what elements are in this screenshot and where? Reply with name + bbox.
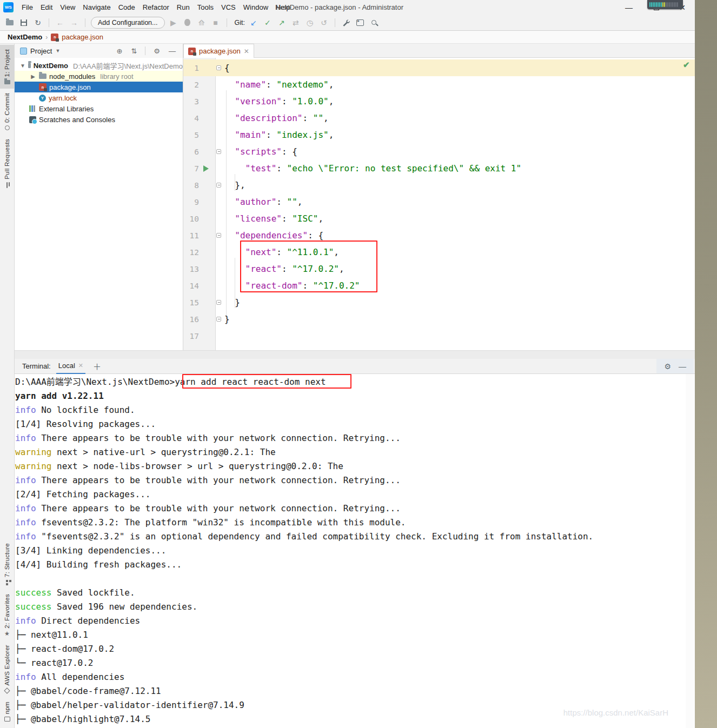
- coverage-icon[interactable]: ⟰: [196, 17, 207, 28]
- close-terminal-tab-icon[interactable]: ✕: [78, 362, 83, 369]
- stripe-item-0-commit[interactable]: 0: Commit: [0, 89, 14, 135]
- fold-marker-icon[interactable]: [216, 317, 221, 322]
- code-line-4[interactable]: 4 "description": "",: [183, 110, 695, 126]
- run-icon[interactable]: ▶: [168, 17, 179, 28]
- code-line-9[interactable]: 9 "author": "",: [183, 193, 695, 210]
- stripe-item-pull-requests[interactable]: Pull Requests: [0, 135, 14, 192]
- code-line-5[interactable]: 5 "main": "index.js",: [183, 126, 695, 143]
- debug-icon[interactable]: [182, 17, 193, 28]
- wrench-icon[interactable]: [341, 17, 351, 28]
- editor-tab-bar: n package.json ✕: [183, 44, 695, 58]
- json-punct: :: [276, 197, 287, 207]
- search-everywhere-icon[interactable]: [369, 17, 380, 28]
- run-script-icon[interactable]: [203, 165, 209, 172]
- breadcrumb-file[interactable]: package.json: [62, 33, 103, 41]
- tree-item-nextdemo[interactable]: ▼NextDemoD:\AAA前端学习\Next.js\NextDemo: [15, 60, 183, 71]
- panel-splitter[interactable]: [15, 350, 695, 359]
- menu-view[interactable]: View: [56, 1, 79, 14]
- locate-file-icon[interactable]: ⊕: [114, 47, 125, 55]
- code-line-11[interactable]: 11 "dependencies": {: [183, 227, 695, 244]
- project-view-title[interactable]: Project: [30, 47, 52, 55]
- hide-terminal-icon[interactable]: —: [679, 362, 686, 371]
- pull-request-icon: [6, 182, 8, 188]
- git-update-icon[interactable]: ↙: [248, 17, 259, 28]
- collapse-all-icon[interactable]: ⇅: [128, 47, 140, 55]
- code-line-1[interactable]: 1{: [183, 59, 695, 76]
- chevron-down-icon[interactable]: ▼: [55, 48, 60, 54]
- chevron-right-icon[interactable]: ▶: [30, 74, 36, 79]
- terminal-output[interactable]: D:\AAA前端学习\Next.js\NextDemo>yarn add rea…: [15, 374, 695, 728]
- sync-icon[interactable]: ↻: [32, 17, 43, 28]
- code-line-8[interactable]: 8 },: [183, 177, 695, 193]
- chevron-down-icon[interactable]: ▼: [20, 63, 25, 69]
- menu-vcs[interactable]: VCS: [217, 1, 240, 14]
- stripe-item-7-structure[interactable]: 7: Structure: [0, 539, 14, 590]
- terminal-scrollbar[interactable]: [686, 374, 694, 728]
- tree-item-scratches-and-consoles[interactable]: Scratches and Consoles: [15, 114, 183, 125]
- code-line-12[interactable]: 12 "next": "^11.0.1",: [183, 244, 695, 261]
- menu-run[interactable]: Run: [173, 1, 194, 14]
- menu-refactor[interactable]: Refactor: [139, 1, 173, 14]
- add-configuration-button[interactable]: Add Configuration...: [91, 17, 165, 29]
- tree-item-external-libraries[interactable]: External Libraries: [15, 103, 183, 114]
- code-line-17[interactable]: 17: [183, 328, 695, 344]
- forward-icon[interactable]: →: [69, 17, 79, 28]
- stripe-item-1-project[interactable]: 1: Project: [0, 45, 14, 89]
- fold-marker-icon[interactable]: [216, 149, 221, 154]
- stripe-item-2-favorites[interactable]: 2: Favorites★: [0, 590, 14, 641]
- git-push-icon[interactable]: ↗: [276, 17, 287, 28]
- terminal-line: success Saved 196 new dependencies.: [15, 600, 695, 614]
- stripe-item-npm[interactable]: npm: [0, 697, 14, 726]
- json-punct: ,: [334, 247, 339, 257]
- fold-marker-icon[interactable]: [216, 183, 221, 188]
- history-icon[interactable]: ◷: [304, 17, 315, 28]
- tree-item-node-modules[interactable]: ▶node_moduleslibrary root: [15, 71, 183, 82]
- fold-marker-icon[interactable]: [216, 233, 221, 238]
- tree-item-yarn-lock[interactable]: Yyarn.lock: [15, 92, 183, 103]
- code-line-14[interactable]: 14 "react-dom": "^17.0.2": [183, 277, 695, 294]
- line-number: 8: [183, 181, 199, 190]
- menu-file[interactable]: File: [18, 1, 37, 14]
- code-line-15[interactable]: 15 }: [183, 294, 695, 311]
- git-commit-icon[interactable]: ✓: [262, 17, 273, 28]
- rollback-icon[interactable]: ↺: [318, 17, 329, 28]
- menu-tools[interactable]: Tools: [194, 1, 217, 14]
- json-punct: :: [282, 213, 292, 224]
- breadcrumb-project[interactable]: NextDemo: [8, 33, 42, 41]
- tree-item-package-json[interactable]: npackage.json: [15, 82, 183, 92]
- code-text: "react-dom": "^17.0.2": [223, 280, 360, 291]
- code-line-16[interactable]: 16}: [183, 311, 695, 328]
- stop-icon[interactable]: ■: [210, 17, 221, 28]
- menu-navigate[interactable]: Navigate: [79, 1, 114, 14]
- code-line-2[interactable]: 2 "name": "nextdemo",: [183, 76, 695, 93]
- code-editor[interactable]: 1{2 "name": "nextdemo",3 "version": "1.0…: [183, 58, 695, 350]
- terminal-tab-local[interactable]: Local ✕: [56, 359, 85, 374]
- code-line-13[interactable]: 13 "react": "^17.0.2",: [183, 261, 695, 277]
- json-punct: }: [224, 314, 230, 324]
- code-line-7[interactable]: 7 "test": "echo \"Error: no test specifi…: [183, 160, 695, 177]
- code-line-6[interactable]: 6 "scripts": {: [183, 143, 695, 160]
- code-line-3[interactable]: 3 "version": "1.0.0",: [183, 93, 695, 110]
- close-tab-icon[interactable]: ✕: [244, 48, 249, 55]
- menu-code[interactable]: Code: [115, 1, 139, 14]
- minimize-button[interactable]: —: [620, 0, 638, 15]
- terminal-icon[interactable]: [355, 17, 366, 28]
- stripe-item-aws-explorer[interactable]: AWS Explorer: [0, 640, 14, 697]
- hide-panel-icon[interactable]: —: [166, 47, 178, 55]
- code-line-10[interactable]: 10 "license": "ISC",: [183, 210, 695, 227]
- gear-icon[interactable]: ⚙: [151, 47, 163, 55]
- menu-window[interactable]: Window: [240, 1, 272, 14]
- new-terminal-icon[interactable]: ＋: [93, 360, 101, 372]
- menu-edit[interactable]: Edit: [37, 1, 56, 14]
- fold-marker-icon[interactable]: [216, 65, 221, 70]
- tab-package-json[interactable]: n package.json ✕: [183, 44, 254, 58]
- json-key: "test": [245, 163, 277, 173]
- fold-marker-icon[interactable]: [216, 300, 221, 305]
- git-compare-icon[interactable]: ⇄: [290, 17, 301, 28]
- save-all-icon[interactable]: [18, 17, 29, 28]
- gear-icon[interactable]: ⚙: [664, 362, 671, 371]
- watermark: https://blog.csdn.net/KaiSarH: [563, 708, 668, 717]
- open-folder-icon[interactable]: [4, 17, 15, 28]
- back-icon[interactable]: ←: [55, 17, 65, 28]
- inspection-ok-icon[interactable]: ✔: [683, 60, 690, 70]
